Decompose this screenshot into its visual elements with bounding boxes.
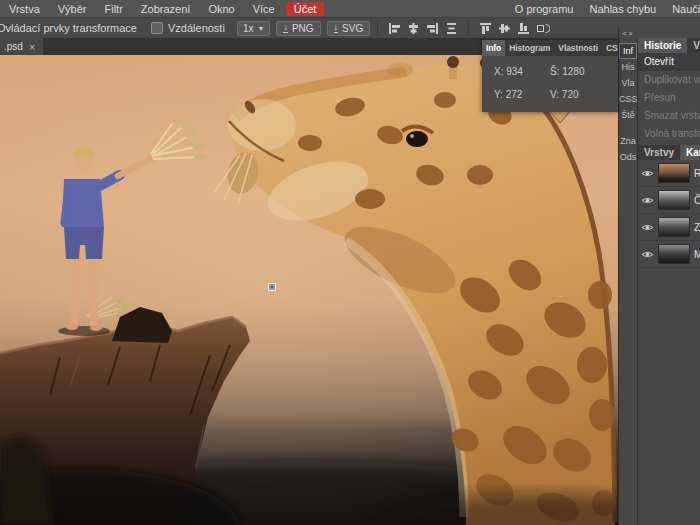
tab-vlastnosti[interactable]: Vlastnosti <box>554 40 602 56</box>
right-sidebar: Historie Vzorník Otevřít Duplikovat vrst… <box>637 38 700 525</box>
photopea-app: Vrstva Výběr Filtr Zobrazení Okno Více Ú… <box>0 0 700 525</box>
document-tab-label: .psd <box>4 41 23 52</box>
export-png-button[interactable]: ↓ PNG <box>276 21 320 36</box>
channel-thumbnail[interactable] <box>658 190 690 210</box>
close-icon[interactable]: × <box>29 42 35 52</box>
align-bottom-icon[interactable] <box>515 20 532 37</box>
info-panel-tabs: Info Histogram Vlastnosti CSS <box>482 40 618 56</box>
channel-label: Zelená <box>694 222 700 233</box>
options-toolbar: Ovládací prvky transformace Vzdálenosti … <box>0 17 700 38</box>
strip-tab-histogram[interactable]: His <box>619 59 637 75</box>
eye-icon[interactable] <box>641 169 654 178</box>
cursor-y-value: Y: 272 <box>494 89 550 100</box>
history-item[interactable]: Smazat vrstvu <box>638 107 700 125</box>
menu-vice[interactable]: Více <box>244 2 284 16</box>
eye-icon[interactable] <box>641 196 654 205</box>
menu-bar: Vrstva Výběr Filtr Zobrazení Okno Více Ú… <box>0 0 700 17</box>
history-item[interactable]: Volná transformace <box>638 125 700 143</box>
png-label: PNG <box>292 23 314 34</box>
doc-width-value: Š: 1280 <box>550 66 606 77</box>
strip-tab-css[interactable]: CSS <box>619 91 637 107</box>
channels-panel: Vrstvy Kanály RGB Červená <box>638 145 700 268</box>
align-left-icon[interactable] <box>386 20 403 37</box>
3d-transform-icon[interactable] <box>534 20 551 37</box>
cursor-x-value: X: 934 <box>494 66 550 77</box>
chevron-down-icon: ▼ <box>257 25 264 32</box>
channel-row-red[interactable]: Červená <box>638 187 700 214</box>
tab-histogram[interactable]: Histogram <box>505 40 554 56</box>
channel-label: Modrá <box>694 249 700 260</box>
pixel-ratio-value: 1x <box>243 23 254 34</box>
menu-o-programu[interactable]: O programu <box>507 2 582 16</box>
menu-nahlas-chybu[interactable]: Nahlas chybu <box>581 2 664 16</box>
canvas-photo <box>0 55 618 525</box>
channel-label: Červená <box>694 195 700 206</box>
menu-naucit-se[interactable]: Naučit se <box>664 2 700 16</box>
info-panel-body: X: 934 Š: 1280 Y: 272 V: 720 <box>482 56 618 112</box>
strip-tab-odstavec[interactable]: Ods <box>619 149 637 165</box>
history-item[interactable]: Duplikovat vrstvu <box>638 71 700 89</box>
channel-thumbnail[interactable] <box>658 217 690 237</box>
transform-handle[interactable] <box>269 284 276 291</box>
export-svg-button[interactable]: ↓ SVG <box>327 21 371 36</box>
layers-channels-tabs: Vrstvy Kanály <box>638 145 700 160</box>
tab-historie[interactable]: Historie <box>638 38 687 53</box>
tab-css[interactable]: CSS <box>602 40 618 56</box>
download-icon: ↓ <box>334 23 339 33</box>
distribute-vertical-icon[interactable] <box>443 20 460 37</box>
align-center-horizontal-icon[interactable] <box>405 20 422 37</box>
channel-thumbnail[interactable] <box>658 244 690 264</box>
distances-label: Vzdálenosti <box>168 22 225 34</box>
channel-row-blue[interactable]: Modrá <box>638 241 700 268</box>
collapse-panels-icon[interactable]: <> <box>622 29 633 38</box>
history-panel-tabs: Historie Vzorník <box>638 38 700 53</box>
channel-row-green[interactable]: Zelená <box>638 214 700 241</box>
channel-row-rgb[interactable]: RGB <box>638 160 700 187</box>
menu-vyber[interactable]: Výběr <box>49 2 96 16</box>
history-item[interactable]: Otevřít <box>638 53 700 71</box>
align-middle-icon[interactable] <box>496 20 513 37</box>
document-tab[interactable]: .psd × <box>0 38 43 55</box>
history-panel: Historie Vzorník Otevřít Duplikovat vrst… <box>638 38 700 145</box>
eye-icon[interactable] <box>641 250 654 259</box>
strip-tab-znaky[interactable]: Zna <box>619 133 637 149</box>
tab-info[interactable]: Info <box>482 40 505 56</box>
toolbar-separator <box>377 21 378 35</box>
history-list: Otevřít Duplikovat vrstvu Přesun Smazat … <box>638 53 700 143</box>
transform-controls-label: Ovládací prvky transformace <box>0 22 137 34</box>
tab-kanaly[interactable]: Kanály <box>680 145 700 160</box>
channel-label: RGB <box>694 168 700 179</box>
align-right-icon[interactable] <box>424 20 441 37</box>
tab-vzornik[interactable]: Vzorník <box>687 38 700 53</box>
menu-filtr[interactable]: Filtr <box>96 2 132 16</box>
tab-vrstvy[interactable]: Vrstvy <box>638 145 680 160</box>
panel-strip: <> Inf His Vla CSS Ště Zna Ods <box>618 28 637 525</box>
toolbar-separator <box>468 21 469 35</box>
boy-head <box>75 154 93 172</box>
doc-height-value: V: 720 <box>550 89 606 100</box>
align-top-icon[interactable] <box>477 20 494 37</box>
strip-tab-vlastnosti[interactable]: Vla <box>619 75 637 91</box>
canvas-area[interactable] <box>0 55 618 525</box>
eye-icon[interactable] <box>641 223 654 232</box>
info-panel: Info Histogram Vlastnosti CSS X: 934 Š: … <box>482 40 618 112</box>
pixel-ratio-dropdown[interactable]: 1x ▼ <box>237 21 271 36</box>
history-item[interactable]: Přesun <box>638 89 700 107</box>
strip-tab-stetce[interactable]: Ště <box>619 107 637 123</box>
svg-label: SVG <box>342 23 363 34</box>
channel-thumbnail[interactable] <box>658 163 690 183</box>
distances-checkbox[interactable] <box>151 22 163 34</box>
menu-right-group: O programu Nahlas chybu Naučit se <box>507 0 700 17</box>
menu-vrstva[interactable]: Vrstva <box>0 2 49 16</box>
menu-okno[interactable]: Okno <box>199 2 243 16</box>
menu-ucet-button[interactable]: Účet <box>286 2 325 16</box>
menu-zobrazeni[interactable]: Zobrazení <box>132 2 200 16</box>
strip-tab-info[interactable]: Inf <box>619 43 637 59</box>
download-icon: ↓ <box>283 23 288 33</box>
